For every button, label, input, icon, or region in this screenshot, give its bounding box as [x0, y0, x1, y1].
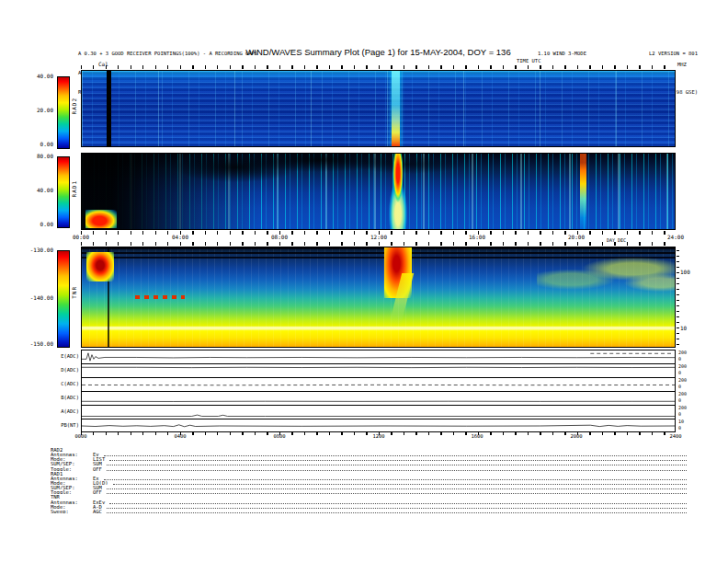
- rad1-colorbar-mid: 40.00: [22, 188, 53, 193]
- tnr-colorbar: [57, 250, 70, 348]
- rad2-radio-burst: [392, 71, 400, 146]
- strip-pb-max: 10: [678, 419, 684, 424]
- tnr-morning-enhancement: [86, 252, 114, 282]
- rad2-colorbar-min: 0.00: [22, 142, 53, 147]
- strip-xtick-0400: 0400: [174, 433, 186, 439]
- tnr-spectrogram: [81, 247, 676, 348]
- dotted-leader: [104, 477, 687, 480]
- strip-xtick-1200: 1200: [372, 433, 384, 439]
- strip-panel-a: [82, 406, 675, 419]
- time-tick-2400: 24:00: [667, 234, 684, 240]
- tnr-panel-label: TNR: [71, 286, 77, 299]
- strip-xtick-1600: 1600: [471, 433, 483, 439]
- rad2-cal-bar: [107, 71, 111, 146]
- footer-value: OFF: [93, 489, 102, 494]
- mhz-unit-label: MHZ: [677, 62, 687, 68]
- tnr-colorbar-max: -130.00: [22, 247, 53, 253]
- dotted-leader: [107, 462, 687, 465]
- strip-label-e: E(ADC): [33, 353, 79, 359]
- tnr-colorbar-mid: -140.00: [22, 295, 53, 301]
- strip-panel-b: [82, 392, 675, 406]
- rad1-colorbar-min: 0.00: [22, 222, 53, 227]
- rad2-colorbar-mid: 20.00: [22, 108, 53, 113]
- time-tick-1600: 16:00: [469, 234, 485, 240]
- time-tick-0800: 08:00: [271, 234, 288, 240]
- tnr-freq-tick-100: 100: [680, 269, 690, 275]
- dotted-leader: [109, 500, 687, 504]
- dotted-leader: [113, 481, 687, 485]
- footer-value: AGC: [93, 509, 102, 513]
- rad2-panel-label: RAD2: [71, 98, 77, 114]
- time-utc-label: TIME UTC: [517, 58, 541, 64]
- strip-label-d: D(ADC): [33, 367, 79, 373]
- wind-waves-summary-plot: A 0.30 + 3 GOOD RECEIVER POINTINGS(100%)…: [0, 0, 728, 563]
- header-mode-label: 1.10 WIND 3-MODE: [538, 51, 586, 57]
- strip-panel-pb: [82, 419, 675, 433]
- strip-a-max: 200: [678, 406, 687, 410]
- time-tick-1200: 12:00: [370, 234, 387, 240]
- time-tick-0000: 00:00: [73, 234, 89, 240]
- strip-label-c: C(ADC): [33, 381, 79, 386]
- instrument-config-footer: RAD2 Antennas:Ey Mode:LIST SUM/SEP:SUM T…: [51, 447, 687, 513]
- rad1-colorbar-max: 80.00: [22, 154, 53, 159]
- strip-label-b: B(ADC): [33, 395, 79, 400]
- strip-trace-c: [82, 378, 675, 391]
- strip-xtick-0800: 0800: [273, 433, 285, 439]
- strip-trace-pb: [82, 419, 675, 433]
- time-tick-0400: 04:00: [172, 234, 188, 240]
- footer-value: OFF: [93, 466, 102, 471]
- strip-c-max: 200: [678, 378, 687, 383]
- rad1-panel-label: RAD1: [71, 180, 77, 197]
- dotted-leader: [107, 490, 687, 494]
- strip-trace-a: [82, 406, 675, 419]
- tnr-red-dashes: [135, 295, 185, 299]
- housekeeping-strip-panels: [81, 350, 676, 432]
- dotted-leader: [109, 457, 687, 461]
- strip-e-max: 200: [678, 350, 687, 355]
- rad1-secondary-burst: [580, 154, 586, 229]
- dotted-leader: [107, 505, 687, 509]
- dotted-leader: [107, 510, 687, 513]
- tnr-colorbar-min: -150.00: [22, 341, 53, 347]
- strip-c-min: 0: [678, 385, 681, 389]
- rad2-colorbar-max: 40.00: [22, 74, 53, 79]
- strip-b-min: 0: [678, 398, 681, 403]
- rad1-radio-burst: [388, 154, 408, 229]
- strip-e-min: 0: [678, 357, 681, 362]
- tnr-evening-patches: [537, 257, 675, 292]
- dotted-leader: [107, 486, 687, 489]
- footer-key: Sweep:: [51, 509, 93, 513]
- strip-a-min: 0: [678, 412, 681, 417]
- dotted-leader: [104, 453, 687, 456]
- strip-panel-d: [82, 364, 675, 378]
- time-axis-note: DAY DEC: [607, 237, 626, 243]
- strip-trace-b: [82, 392, 675, 405]
- strip-xtick-0000: 0000: [74, 433, 86, 439]
- time-tick-2000: 20:00: [568, 234, 585, 240]
- rad1-spectrogram: [81, 153, 676, 230]
- strip-xtick-2400: 2400: [669, 433, 681, 439]
- header-version-label: L2 VERSION = 801: [649, 51, 698, 57]
- strip-xtick-2000: 2000: [570, 433, 582, 439]
- dotted-leader: [107, 467, 687, 471]
- strip-pb-min: 0: [678, 426, 681, 431]
- rad2-spectrogram: [81, 70, 676, 147]
- strip-d-max: 200: [678, 364, 687, 369]
- strip-b-max: 200: [678, 392, 687, 396]
- tnr-top-axis-ticks: [81, 242, 676, 246]
- tnr-freq-tick-10: 10: [680, 325, 687, 331]
- rad2-colorbar: [57, 76, 70, 149]
- rad2-top-axis-ticks: [81, 65, 676, 69]
- strip-panel-c: [82, 378, 675, 392]
- strip-trace-e: [82, 350, 675, 363]
- strip-label-a: A(ADC): [33, 408, 79, 414]
- footer-key: Toggle:: [51, 466, 93, 471]
- strip-label-pb: PB(NT): [33, 422, 79, 428]
- tnr-log-frequency-ticks: [677, 250, 679, 346]
- strip-trace-d: [82, 364, 675, 377]
- rad1-colorbar: [57, 156, 70, 228]
- strip-d-min: 0: [678, 371, 681, 375]
- strip-panel-e: [82, 350, 675, 364]
- rad1-low-freq-enhancement: [85, 210, 117, 228]
